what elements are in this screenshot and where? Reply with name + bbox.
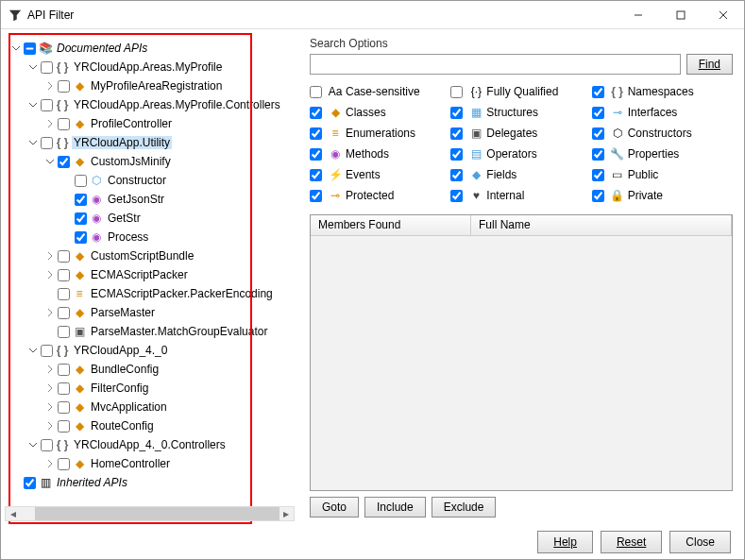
chevron-right-icon[interactable] <box>44 80 56 92</box>
tree-row[interactable]: { }YRCloudApp.Utility <box>7 133 293 152</box>
tree-row[interactable]: ◆FilterConfig <box>7 379 293 398</box>
option-checkbox[interactable] <box>310 148 322 161</box>
chevron-right-icon[interactable] <box>44 364 56 375</box>
include-button[interactable]: Include <box>364 497 426 518</box>
tree-checkbox[interactable] <box>75 194 87 206</box>
option-checkbox[interactable] <box>592 127 604 140</box>
option-checkbox[interactable] <box>592 107 604 119</box>
reset-button[interactable]: Reset <box>601 531 662 553</box>
chevron-down-icon[interactable] <box>27 99 39 110</box>
tree-row[interactable]: { }YRCloudApp_4._0.Controllers <box>7 435 293 454</box>
tree-row[interactable]: ◆ProfileController <box>7 114 293 133</box>
option-checkbox[interactable] <box>450 169 463 181</box>
tree-checkbox[interactable] <box>41 99 53 111</box>
tree-checkbox[interactable] <box>58 269 70 281</box>
help-button[interactable]: Help <box>537 531 593 553</box>
option-checkbox[interactable] <box>592 148 604 161</box>
option-checkbox[interactable] <box>310 190 322 202</box>
tree-row[interactable]: ◆RouteConfig <box>7 416 293 435</box>
exclude-button[interactable]: Exclude <box>432 497 497 518</box>
tree-checkbox[interactable] <box>41 137 53 149</box>
tree-checkbox[interactable] <box>58 288 70 300</box>
tree-checkbox[interactable] <box>58 326 70 338</box>
tree-row[interactable]: { }YRCloudApp.Areas.MyProfile <box>7 58 293 76</box>
tree-checkbox[interactable] <box>24 42 36 55</box>
tree-checkbox[interactable] <box>58 250 70 263</box>
chevron-right-icon[interactable] <box>44 458 56 469</box>
tree-checkbox[interactable] <box>58 80 70 93</box>
chevron-right-icon[interactable] <box>44 307 56 318</box>
tree-checkbox[interactable] <box>75 231 87 244</box>
tree-checkbox[interactable] <box>58 364 70 376</box>
tree-row[interactable]: ⬡Constructor <box>7 171 293 190</box>
tree-row[interactable]: ◆BundleConfig <box>7 360 293 379</box>
tree-checkbox[interactable] <box>58 118 70 130</box>
option-checkbox[interactable] <box>450 107 463 119</box>
tree-row[interactable]: ◉Process <box>7 228 293 246</box>
tree-row[interactable]: ▣ParseMaster.MatchGroupEvaluator <box>7 322 293 341</box>
option-checkbox[interactable] <box>310 169 322 181</box>
option-checkbox[interactable] <box>450 86 463 98</box>
close-button[interactable] <box>702 1 744 29</box>
search-input[interactable] <box>310 54 681 75</box>
scroll-thumb[interactable] <box>35 507 279 520</box>
chevron-down-icon[interactable] <box>44 156 56 167</box>
chevron-down-icon[interactable] <box>10 42 22 54</box>
tree-row[interactable]: ◆HomeController <box>7 454 293 473</box>
close-dialog-button[interactable]: Close <box>669 531 731 553</box>
option-checkbox[interactable] <box>450 127 463 140</box>
option-checkbox[interactable] <box>592 169 604 181</box>
tree-checkbox[interactable] <box>58 156 70 168</box>
chevron-right-icon[interactable] <box>44 382 56 394</box>
tree-row[interactable]: ◉GetJsonStr <box>7 190 293 209</box>
column-members[interactable]: Members Found <box>311 215 471 235</box>
chevron-right-icon[interactable] <box>44 269 56 280</box>
option-checkbox[interactable] <box>310 107 322 119</box>
option-checkbox[interactable] <box>310 86 322 98</box>
tree-row[interactable]: ◆ParseMaster <box>7 303 293 322</box>
chevron-down-icon[interactable] <box>27 137 39 148</box>
tree-checkbox[interactable] <box>24 477 36 489</box>
tree-checkbox[interactable] <box>58 401 70 414</box>
tree-row[interactable]: ◆MvcApplication <box>7 398 293 416</box>
chevron-down-icon[interactable] <box>27 345 39 356</box>
find-button[interactable]: Find <box>686 54 733 75</box>
option-checkbox[interactable] <box>450 190 463 202</box>
tree-checkbox[interactable] <box>58 420 70 433</box>
chevron-right-icon[interactable] <box>44 401 56 413</box>
horizontal-scrollbar[interactable]: ◂ ▸ <box>5 506 295 521</box>
tree-row[interactable]: ◆CustomScriptBundle <box>7 246 293 265</box>
option-checkbox[interactable] <box>450 148 463 161</box>
tree-checkbox[interactable] <box>58 382 70 395</box>
maximize-button[interactable] <box>659 1 702 29</box>
column-fullname[interactable]: Full Name <box>471 215 732 235</box>
option-checkbox[interactable] <box>592 86 604 98</box>
tree-checkbox[interactable] <box>41 345 53 357</box>
scroll-left-icon[interactable]: ◂ <box>6 507 20 520</box>
tree-checkbox[interactable] <box>75 175 87 187</box>
tree-checkbox[interactable] <box>58 307 70 319</box>
option-checkbox[interactable] <box>592 190 604 202</box>
tree-checkbox[interactable] <box>41 439 53 451</box>
minimize-button[interactable] <box>617 1 659 29</box>
api-tree[interactable]: 📚Documented APIs{ }YRCloudApp.Areas.MyPr… <box>5 37 295 494</box>
goto-button[interactable]: Goto <box>310 497 359 518</box>
chevron-down-icon[interactable] <box>27 439 39 450</box>
chevron-down-icon[interactable] <box>27 61 39 73</box>
chevron-right-icon[interactable] <box>44 420 56 432</box>
tree-row[interactable]: ◆CustomJsMinify <box>7 152 293 171</box>
option-checkbox[interactable] <box>310 127 322 140</box>
scroll-right-icon[interactable]: ▸ <box>279 507 294 520</box>
tree-row[interactable]: 📚Documented APIs <box>7 39 293 58</box>
tree-row[interactable]: ◆ECMAScriptPacker <box>7 265 293 284</box>
tree-checkbox[interactable] <box>41 61 53 74</box>
tree-row[interactable]: ≡ECMAScriptPacker.PackerEncoding <box>7 284 293 303</box>
tree-row[interactable]: ▥Inherited APIs <box>7 473 293 492</box>
tree-row[interactable]: ◉GetStr <box>7 209 293 228</box>
chevron-right-icon[interactable] <box>44 250 56 262</box>
tree-checkbox[interactable] <box>58 458 70 470</box>
tree-row[interactable]: { }YRCloudApp_4._0 <box>7 341 293 360</box>
tree-checkbox[interactable] <box>75 212 87 225</box>
chevron-right-icon[interactable] <box>44 118 56 129</box>
tree-row[interactable]: ◆MyProfileAreaRegistration <box>7 76 293 95</box>
